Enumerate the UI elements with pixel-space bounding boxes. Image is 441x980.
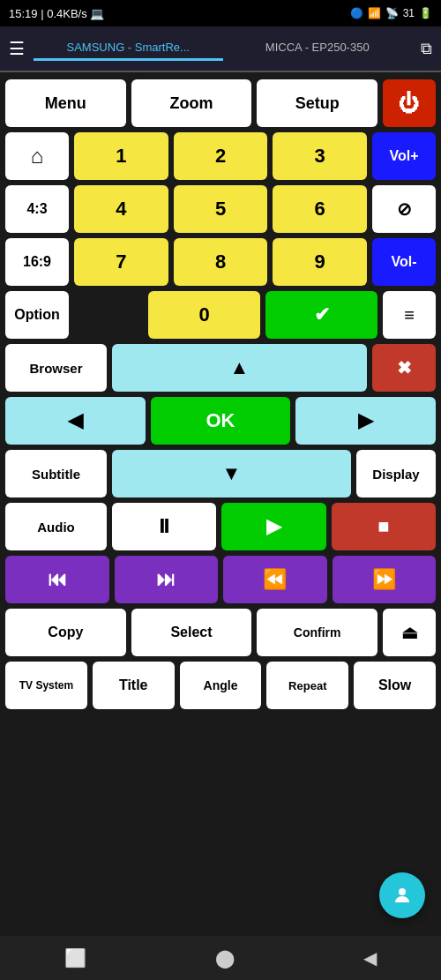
- row-12: TV System Title Angle Repeat Slow: [5, 662, 436, 709]
- down-arrow-button[interactable]: ▼: [112, 450, 351, 497]
- num-1-button[interactable]: 1: [74, 132, 168, 180]
- tab-micca[interactable]: MICCA - EP250-350: [223, 36, 413, 61]
- aspect-169-button[interactable]: 16:9: [5, 238, 69, 286]
- aspect-43-button[interactable]: 4:3: [5, 185, 69, 233]
- up-arrow-button[interactable]: ▲: [112, 344, 367, 392]
- bluetooth-icon: 🔵: [350, 7, 363, 19]
- signal-icon: 📶: [368, 7, 381, 19]
- row-7: ◀ OK ▶: [5, 397, 436, 445]
- row-8: Subtitle ▼ Display: [5, 450, 436, 497]
- pause-button[interactable]: ⏸: [112, 503, 216, 550]
- skip-back-button[interactable]: ⏮: [5, 556, 109, 603]
- repeat-button[interactable]: Repeat: [266, 662, 348, 709]
- num-3-button[interactable]: 3: [273, 132, 367, 180]
- vol-plus-button[interactable]: Vol+: [372, 132, 436, 180]
- bottom-circle-button[interactable]: ⬤: [198, 940, 252, 976]
- wifi-icon: 📡: [385, 7, 399, 19]
- battery-level: 31: [403, 7, 415, 19]
- ok-button[interactable]: OK: [151, 397, 291, 445]
- remote-panel: Menu Zoom Setup ⏻ ⌂ 1 2 3 Vol+ 4:3 4 5 6…: [0, 72, 441, 716]
- home-button[interactable]: ⌂: [5, 132, 69, 180]
- vol-minus-button[interactable]: Vol-: [372, 238, 436, 286]
- rewind-button[interactable]: ⏪: [223, 556, 327, 603]
- row-9: Audio ⏸ ▶ ■: [5, 503, 436, 550]
- copy-layout-icon[interactable]: ⧉: [421, 40, 432, 58]
- num-6-button[interactable]: 6: [273, 185, 367, 233]
- tab-samsung[interactable]: SAMSUNG - SmartRe...: [34, 36, 223, 61]
- no-action-button[interactable]: ⊘: [372, 185, 436, 233]
- fast-forward-button[interactable]: ⏭: [115, 556, 219, 603]
- slow-button[interactable]: Slow: [354, 662, 436, 709]
- row-10: ⏮ ⏭ ⏪ ⏩: [5, 556, 436, 603]
- audio-button[interactable]: Audio: [5, 503, 107, 550]
- status-bar: 15:19 | 0.4KB/s 💻 🔵 📶 📡 31 🔋: [0, 0, 441, 26]
- fab-button[interactable]: [379, 872, 425, 918]
- num-2-button[interactable]: 2: [174, 132, 268, 180]
- row-6: Browser ▲ ✖: [5, 344, 436, 392]
- left-arrow-button[interactable]: ◀: [5, 397, 146, 445]
- status-right-icons: 🔵 📶 📡 31 🔋: [350, 7, 432, 19]
- right-arrow-button[interactable]: ▶: [295, 397, 436, 445]
- display-button[interactable]: Display: [356, 450, 436, 497]
- num-9-button[interactable]: 9: [273, 238, 367, 286]
- row-3: 4:3 4 5 6 ⊘: [5, 185, 436, 233]
- close-button[interactable]: ✖: [372, 344, 436, 392]
- option-button[interactable]: Option: [5, 291, 69, 339]
- play-button[interactable]: ▶: [221, 503, 325, 550]
- svg-point-0: [399, 888, 406, 895]
- num-5-button[interactable]: 5: [174, 185, 268, 233]
- num-7-button[interactable]: 7: [74, 238, 168, 286]
- nav-tabs: SAMSUNG - SmartRe... MICCA - EP250-350: [34, 36, 412, 61]
- top-nav: ☰ SAMSUNG - SmartRe... MICCA - EP250-350…: [0, 26, 441, 72]
- person-icon: [392, 885, 413, 906]
- copy-button[interactable]: Copy: [5, 609, 126, 656]
- stop-button[interactable]: ■: [332, 503, 436, 550]
- setup-button[interactable]: Setup: [257, 79, 377, 127]
- power-button[interactable]: ⏻: [383, 79, 436, 127]
- confirm-button[interactable]: Confirm: [257, 609, 377, 656]
- check-button[interactable]: ✔: [265, 291, 377, 339]
- row-5: Option 0 ✔ ≡: [5, 291, 436, 339]
- browser-button[interactable]: Browser: [5, 344, 107, 392]
- title-button[interactable]: Title: [93, 662, 175, 709]
- hamburger-menu[interactable]: ☰: [9, 38, 25, 59]
- row-4: 16:9 7 8 9 Vol-: [5, 238, 436, 286]
- select-button[interactable]: Select: [131, 609, 252, 656]
- battery-icon: 🔋: [419, 7, 432, 19]
- tv-system-button[interactable]: TV System: [5, 662, 87, 709]
- row-2: ⌂ 1 2 3 Vol+: [5, 132, 436, 180]
- zoom-button[interactable]: Zoom: [131, 79, 252, 127]
- eject-button[interactable]: ⏏: [383, 609, 436, 656]
- bottom-square-button[interactable]: ⬜: [47, 940, 104, 976]
- subtitle-button[interactable]: Subtitle: [5, 450, 107, 497]
- status-time-data: 15:19 | 0.4KB/s 💻: [9, 7, 104, 20]
- row-1: Menu Zoom Setup ⏻: [5, 79, 436, 127]
- num-8-button[interactable]: 8: [174, 238, 268, 286]
- num-4-button[interactable]: 4: [74, 185, 168, 233]
- num-0-button[interactable]: 0: [148, 291, 260, 339]
- menu-button[interactable]: Menu: [5, 79, 126, 127]
- bottom-back-button[interactable]: ◀: [346, 940, 394, 976]
- list-button[interactable]: ≡: [383, 291, 436, 339]
- skip-forward-button[interactable]: ⏩: [333, 556, 437, 603]
- row-11: Copy Select Confirm ⏏: [5, 609, 436, 656]
- bottom-nav-bar: ⬜ ⬤ ◀: [0, 936, 441, 980]
- angle-button[interactable]: Angle: [180, 662, 262, 709]
